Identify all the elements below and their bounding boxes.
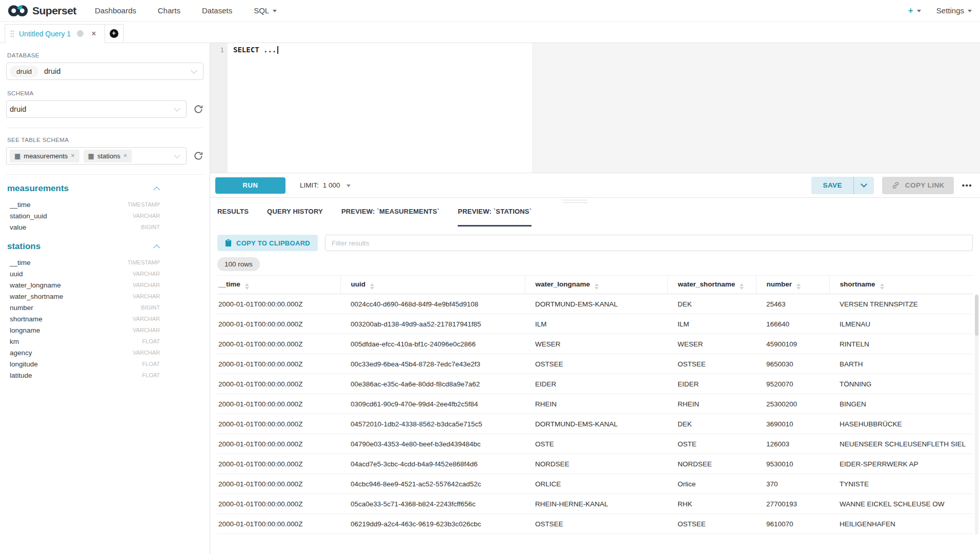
schema-column-row: uuid VARCHAR xyxy=(6,268,160,279)
schema-column-row: number BIGINT xyxy=(6,302,160,313)
column-header[interactable]: uuid xyxy=(340,276,525,294)
cell-uuid: 05ca0e33-5c71-4368-b824-2243fcff656c xyxy=(340,494,525,514)
add-tab-button[interactable]: + xyxy=(105,24,124,43)
cell-uuid: 003200ab-d138-49d9-aa52-217817941f85 xyxy=(340,314,525,334)
tab-preview-stations[interactable]: PREVIEW: `STATIONS` xyxy=(458,198,532,227)
table-icon: ▦ xyxy=(88,152,94,160)
column-header[interactable]: number xyxy=(756,276,829,294)
limit-dropdown[interactable]: LIMIT: 1 000 xyxy=(300,181,351,189)
cell-number: 370 xyxy=(756,474,829,494)
table-row: 2000-01-01T00:00:00.000Z 04790e03-4353-4… xyxy=(217,434,973,454)
database-label: DATABASE xyxy=(7,52,203,58)
cell-shortname: WANNE EICKEL SCHLEUSE OW xyxy=(829,494,973,514)
sort-icon[interactable] xyxy=(245,283,249,290)
stations-header[interactable]: stations xyxy=(7,241,159,252)
divider xyxy=(6,174,203,175)
sort-icon[interactable] xyxy=(595,283,599,290)
editor-code-area[interactable]: SELECT ... xyxy=(228,43,980,173)
column-header[interactable]: water_shortname xyxy=(667,276,756,294)
schema-column-row: water_longname VARCHAR xyxy=(6,279,160,291)
cell-time: 2000-01-01T00:00:00.000Z xyxy=(217,294,340,314)
scrollbar-thumb[interactable] xyxy=(975,295,978,336)
cell-time: 2000-01-01T00:00:00.000Z xyxy=(217,334,340,354)
copy-to-clipboard-button[interactable]: COPY TO CLIPBOARD xyxy=(217,235,318,251)
database-select[interactable]: druid druid xyxy=(6,63,203,80)
table-schema-measurements: measurements __time TIMESTAMP station_uu… xyxy=(6,183,160,381)
more-options-button[interactable]: ••• xyxy=(962,181,972,190)
sort-icon[interactable] xyxy=(370,283,374,290)
results-scrollbar[interactable] xyxy=(975,295,978,535)
measurements-header[interactable]: measurements xyxy=(7,183,159,194)
save-button[interactable]: SAVE xyxy=(811,177,853,194)
column-name: km xyxy=(10,338,19,345)
column-name: value xyxy=(10,223,26,231)
table-row: 2000-01-01T00:00:00.000Z 04acd7e5-3cbc-4… xyxy=(217,454,973,474)
tab-untitled-query[interactable]: Untitled Query 1 × xyxy=(5,24,105,43)
nav-item-charts[interactable]: Charts xyxy=(158,6,180,15)
sql-editor[interactable]: 1 SELECT ... xyxy=(210,43,980,173)
column-header[interactable]: __time xyxy=(217,276,340,294)
column-name: longname xyxy=(10,326,40,334)
cell-number: 25463 xyxy=(756,294,829,314)
column-header[interactable]: shortname xyxy=(829,276,973,294)
table-row: 2000-01-01T00:00:00.000Z 005dfdae-efcc-4… xyxy=(217,334,973,354)
limit-value: 1 000 xyxy=(323,181,340,189)
nav-item-sql[interactable]: SQL xyxy=(254,6,277,15)
collapse-icon[interactable] xyxy=(153,244,160,251)
cell-water-shortname: WESER xyxy=(667,334,756,354)
cell-water-longname: DORTMUND-EMS-KANAL xyxy=(525,294,667,314)
column-header[interactable]: water_longname xyxy=(525,276,667,294)
schema-column-row: longname VARCHAR xyxy=(6,324,160,336)
remove-tag-icon[interactable]: × xyxy=(124,153,127,159)
cell-water-shortname: OSTSEE xyxy=(667,354,756,374)
column-name: water_longname xyxy=(10,281,61,289)
pane-resize-handle[interactable] xyxy=(563,200,587,203)
refresh-schemas-icon[interactable] xyxy=(193,104,203,114)
settings-menu[interactable]: Settings xyxy=(936,6,972,15)
filter-results-input[interactable] xyxy=(325,235,973,251)
remove-tag-icon[interactable]: × xyxy=(71,153,74,159)
column-type: VARCHAR xyxy=(133,213,160,219)
refresh-tables-icon[interactable] xyxy=(193,151,203,161)
superset-logo-icon[interactable] xyxy=(7,4,29,18)
cell-water-longname: OSTSEE xyxy=(525,514,667,534)
schema-column-row: water_shortname VARCHAR xyxy=(6,291,160,302)
column-name: latitude xyxy=(10,372,32,379)
save-options-button[interactable] xyxy=(853,177,874,194)
brand-wordmark[interactable]: Superset xyxy=(32,5,76,17)
column-type: VARCHAR xyxy=(133,350,160,356)
save-split-button: SAVE xyxy=(811,177,873,194)
run-button[interactable]: RUN xyxy=(215,177,285,194)
cell-uuid: 00c33ed9-6bea-45b4-8728-7edc7e43e2f3 xyxy=(340,354,525,374)
sort-icon[interactable] xyxy=(797,283,801,290)
schema-column-row: longitude FLOAT xyxy=(6,358,160,370)
cell-shortname: BINGEN xyxy=(829,394,973,414)
nav-item-datasets[interactable]: Datasets xyxy=(202,6,232,15)
cell-water-shortname: EIDER xyxy=(667,374,756,394)
close-tab-icon[interactable]: × xyxy=(91,30,96,38)
cell-number: 9650030 xyxy=(756,354,829,374)
schema-select[interactable]: druid xyxy=(6,100,187,118)
sort-icon[interactable] xyxy=(880,283,884,290)
column-name: uuid xyxy=(10,270,23,278)
copy-link-button[interactable]: COPY LINK xyxy=(882,177,954,194)
sort-icon[interactable] xyxy=(740,283,744,290)
chevron-down-icon xyxy=(917,10,921,12)
top-navbar: Superset Dashboards Charts Datasets SQL … xyxy=(0,0,980,22)
cell-shortname: BARTH xyxy=(829,354,973,374)
nav-item-dashboards[interactable]: Dashboards xyxy=(95,6,136,15)
cell-water-shortname: OSTE xyxy=(667,434,756,454)
tab-preview-measurements[interactable]: PREVIEW: `MEASUREMENTS` xyxy=(341,198,439,227)
tab-results[interactable]: RESULTS xyxy=(217,198,249,227)
collapse-icon[interactable] xyxy=(153,187,160,193)
tab-query-history[interactable]: QUERY HISTORY xyxy=(267,198,323,227)
new-item-button[interactable]: + xyxy=(908,6,921,16)
stations-columns: __time TIMESTAMP uuid VARCHAR water_long… xyxy=(6,257,160,381)
table-select[interactable]: ▦ measurements × ▦ stations × xyxy=(6,147,187,165)
cell-water-shortname: ILM xyxy=(667,314,756,334)
editor-gutter: 1 xyxy=(210,43,228,173)
column-type: FLOAT xyxy=(142,361,160,367)
cell-water-longname: WESER xyxy=(525,334,667,354)
schema-column-row: value BIGINT xyxy=(6,221,160,233)
cell-number: 9610070 xyxy=(756,514,829,534)
